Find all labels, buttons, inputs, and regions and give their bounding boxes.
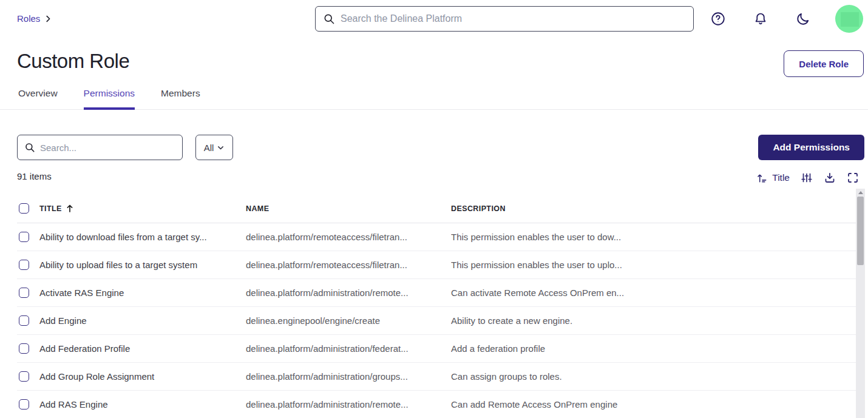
cell-name: delinea.enginepool/engine/create (246, 315, 451, 326)
table-row[interactable]: Add Engine delinea.enginepool/engine/cre… (17, 307, 856, 335)
row-checkbox[interactable] (19, 232, 29, 242)
scrollbar-thumb[interactable] (857, 197, 864, 265)
avatar[interactable] (835, 5, 863, 33)
cell-description: This permission enables the user to dow.… (451, 232, 856, 242)
cell-title: Add Engine (39, 315, 246, 326)
cell-name: delinea.platform/administration/remote..… (246, 399, 451, 410)
sort-label: Title (772, 172, 790, 183)
cell-name: delinea.platform/remoteaccess/filetran..… (246, 232, 451, 242)
cell-title: Add RAS Engine (39, 399, 246, 410)
category-filter-dropdown[interactable]: All (195, 135, 233, 160)
notifications-icon[interactable] (750, 8, 771, 29)
cell-name: delinea.platform/administration/groups..… (246, 371, 451, 382)
fullscreen-icon[interactable] (847, 172, 859, 184)
items-count: 91 items (17, 171, 52, 181)
cell-title: Ability to download files from a target … (39, 232, 246, 242)
tab-overview[interactable]: Overview (18, 85, 58, 109)
cell-description: Can add Remote Access OnPrem engine (451, 399, 856, 410)
breadcrumb: Roles (17, 13, 52, 24)
column-header-title[interactable]: TITLE (39, 204, 246, 213)
table-row[interactable]: Add RAS Engine delinea.platform/administ… (17, 391, 856, 418)
cell-description: This permission enables the user to uplo… (451, 260, 856, 270)
list-toolbar: Title (756, 172, 859, 184)
platform-search-input[interactable] (341, 13, 686, 24)
dark-mode-icon[interactable] (793, 8, 813, 29)
cell-description: Ability to create a new engine. (451, 315, 856, 326)
cell-name: delinea.platform/administration/federat.… (246, 343, 451, 354)
vertical-scrollbar[interactable] (856, 189, 865, 418)
row-checkbox[interactable] (19, 399, 29, 410)
platform-search (315, 6, 694, 32)
table-row[interactable]: Ability to upload files to a target syst… (17, 251, 856, 279)
tab-members[interactable]: Members (161, 85, 200, 109)
column-header-description[interactable]: DESCRIPTION (451, 204, 856, 213)
row-checkbox[interactable] (19, 343, 29, 354)
sort-ascending-icon (756, 172, 768, 184)
cell-description: Can assign groups to roles. (451, 371, 856, 382)
add-permissions-button[interactable]: Add Permissions (758, 135, 864, 160)
cell-name: delinea.platform/administration/remote..… (246, 288, 451, 298)
download-icon[interactable] (824, 172, 836, 184)
cell-title: Add Group Role Assignment (39, 371, 246, 382)
cell-title: Add Federation Profile (39, 343, 246, 354)
row-checkbox[interactable] (19, 260, 29, 270)
page-title: Custom Role (17, 50, 129, 73)
table-row[interactable]: Add Federation Profile delinea.platform/… (17, 335, 856, 363)
help-icon[interactable] (708, 8, 728, 29)
custom-role-page: Roles Custom Role Delete Role Overview P… (0, 0, 868, 418)
row-checkbox[interactable] (19, 315, 29, 326)
permissions-search (17, 135, 183, 160)
row-checkbox[interactable] (19, 371, 29, 382)
search-icon (323, 13, 335, 25)
topbar-actions (708, 5, 863, 33)
scroll-up-icon[interactable] (858, 191, 863, 194)
category-filter-value: All (204, 143, 214, 153)
tab-permissions[interactable]: Permissions (84, 85, 135, 109)
cell-description: Can activate Remote Access OnPrem en... (451, 288, 856, 298)
search-icon (24, 142, 35, 153)
cell-description: Add a federation profile (451, 343, 856, 354)
table-header: TITLE NAME DESCRIPTION (17, 194, 856, 223)
delete-role-button[interactable]: Delete Role (784, 50, 864, 77)
breadcrumb-roles-link[interactable]: Roles (17, 13, 40, 24)
cell-title: Ability to upload files to a target syst… (39, 260, 246, 270)
select-all-checkbox[interactable] (19, 203, 29, 214)
cell-name: delinea.platform/remoteaccess/filetran..… (246, 260, 451, 270)
table-row[interactable]: Add Group Role Assignment delinea.platfo… (17, 363, 856, 391)
sort-arrow-up-icon (66, 204, 74, 213)
table-row[interactable]: Activate RAS Engine delinea.platform/adm… (17, 279, 856, 307)
avatar-image (841, 12, 859, 27)
chevron-right-icon (44, 15, 52, 23)
column-header-name[interactable]: NAME (246, 204, 451, 213)
cell-title: Activate RAS Engine (39, 288, 246, 298)
permissions-search-input[interactable] (40, 143, 175, 153)
column-settings-icon[interactable] (801, 172, 813, 184)
sort-button[interactable]: Title (756, 172, 790, 184)
chevron-down-icon (217, 144, 225, 152)
permissions-table: TITLE NAME DESCRIPTION Ability to downlo… (17, 194, 856, 418)
role-tabs: Overview Permissions Members (0, 85, 868, 110)
table-row[interactable]: Ability to download files from a target … (17, 223, 856, 251)
row-checkbox[interactable] (19, 288, 29, 298)
column-title-label: TITLE (39, 204, 62, 213)
